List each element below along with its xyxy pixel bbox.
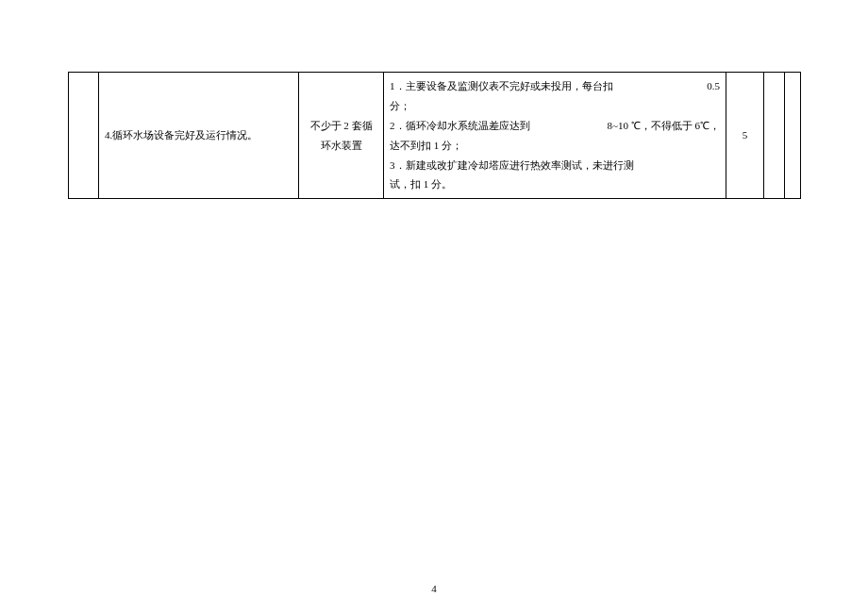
scope-line: 环水装置: [321, 140, 362, 151]
criteria-text: 2．循环冷却水系统温差应达到: [390, 116, 530, 136]
description-cell: 4.循环水场设备完好及运行情况。: [99, 73, 299, 199]
criteria-line: 1．主要设备及监测仪表不完好或未投用，每台扣 0.5: [390, 76, 720, 96]
table-row: 4.循环水场设备完好及运行情况。 不少于 2 套循 环水装置 1．主要设备及监测…: [69, 73, 801, 199]
row-index-cell: [69, 73, 99, 199]
blank-cell: [764, 73, 785, 199]
criteria-line: 3．新建或改扩建冷却塔应进行热效率测试，未进行测: [390, 156, 720, 175]
criteria-line: 试，扣 1 分。: [390, 174, 720, 194]
criteria-line: 2．循环冷却水系统温差应达到 8~10 ℃，不得低于 6℃，: [390, 116, 720, 136]
criteria-text: 8~10 ℃，不得低于 6℃，: [608, 116, 720, 136]
blank-cell: [785, 73, 801, 199]
assessment-table: 4.循环水场设备完好及运行情况。 不少于 2 套循 环水装置 1．主要设备及监测…: [68, 72, 801, 199]
criteria-text: 1．主要设备及监测仪表不完好或未投用，每台扣: [390, 76, 613, 96]
scope-cell: 不少于 2 套循 环水装置: [299, 73, 384, 199]
criteria-line: 达不到扣 1 分；: [390, 136, 720, 156]
page-number: 4: [0, 583, 868, 594]
table-container: 4.循环水场设备完好及运行情况。 不少于 2 套循 环水装置 1．主要设备及监测…: [68, 72, 800, 199]
criteria-line: 分；: [390, 96, 720, 116]
score-cell: 5: [726, 73, 764, 199]
criteria-cell: 1．主要设备及监测仪表不完好或未投用，每台扣 0.5 分； 2．循环冷却水系统温…: [384, 73, 726, 199]
criteria-value: 0.5: [707, 76, 720, 96]
page: 4.循环水场设备完好及运行情况。 不少于 2 套循 环水装置 1．主要设备及监测…: [0, 0, 868, 613]
scope-line: 不少于 2 套循: [310, 120, 373, 131]
